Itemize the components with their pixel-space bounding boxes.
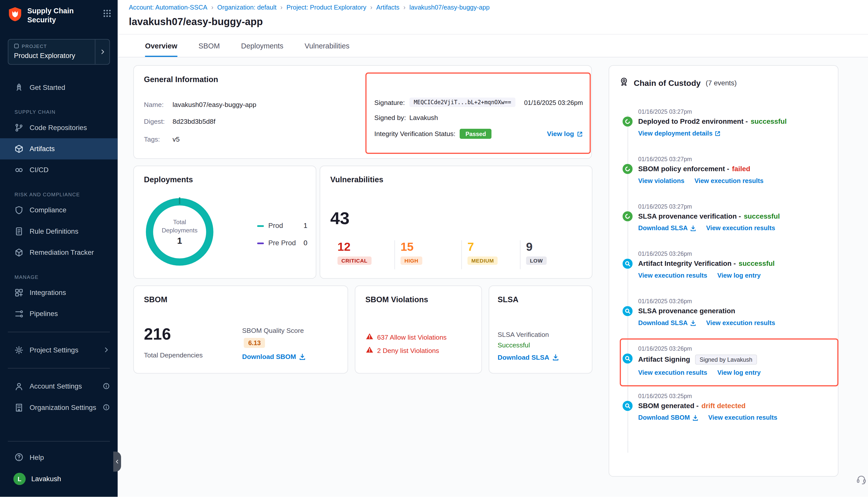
blocks-icon xyxy=(15,288,24,297)
sidebar-item-code-repositories[interactable]: Code Repositories xyxy=(0,117,118,138)
sidebar-collapse-button[interactable] xyxy=(113,452,121,472)
severity-low: 9 LOW xyxy=(520,240,547,269)
event-timestamp: 01/16/2025 03:26pm xyxy=(638,298,830,304)
sidebar-item-rule-definitions[interactable]: Rule Definitions xyxy=(0,221,118,241)
view-execution-results-link[interactable]: View execution results xyxy=(638,272,707,279)
sidebar: Supply Chain Security PROJECT Product Ex… xyxy=(0,0,118,497)
sidebar-divider xyxy=(8,441,110,441)
event-timestamp: 01/16/2025 03:27pm xyxy=(638,156,830,162)
brand-logo-icon xyxy=(8,7,22,25)
severity-count: 12 xyxy=(338,240,372,253)
breadcrumb-account[interactable]: Account: Automation-SSCA xyxy=(129,4,217,11)
breadcrumb-artifacts[interactable]: Artifacts xyxy=(376,4,409,11)
sidebar-item-get-started[interactable]: Get Started xyxy=(0,76,118,98)
tags-label: Tags: xyxy=(144,136,171,143)
download-icon xyxy=(690,320,696,326)
tab-deployments[interactable]: Deployments xyxy=(241,34,283,57)
sidebar-item-label: Account Settings xyxy=(30,382,82,390)
view-execution-results-link[interactable]: View execution results xyxy=(706,320,775,326)
download-icon xyxy=(692,414,698,421)
severity-high: 15 HIGH xyxy=(394,240,422,269)
tab-sbom[interactable]: SBOM xyxy=(198,34,220,57)
signed-by-value: Lavakush xyxy=(409,114,438,122)
status-badge-passed: Passed xyxy=(460,129,491,139)
download-sbom-link[interactable]: Download SBOM xyxy=(638,414,698,421)
apps-grid-icon[interactable] xyxy=(103,10,111,19)
deny-list-violations-link[interactable]: 2 Deny list Violations xyxy=(366,346,439,354)
chat-assistant-icon[interactable] xyxy=(856,474,867,485)
sidebar-item-integrations[interactable]: Integrations xyxy=(0,282,118,303)
download-slsa-link[interactable]: Download SLSA xyxy=(498,353,559,361)
view-execution-results-link[interactable]: View execution results xyxy=(695,177,764,184)
document-icon xyxy=(15,227,24,236)
topbar: Account: Automation-SSCA Organization: d… xyxy=(118,0,868,34)
view-deployment-details-link[interactable]: View deployment details xyxy=(638,130,721,137)
sbom-total: 216 xyxy=(144,325,171,343)
donut-center: Total Deployments 1 xyxy=(145,197,214,266)
digest-value: 8d23bd3b5d8f xyxy=(172,118,215,126)
event-title: Artifact Signing xyxy=(638,356,690,364)
sidebar-item-pipelines[interactable]: Pipelines xyxy=(0,303,118,324)
tab-vulnerabilities[interactable]: Vulnerabilities xyxy=(305,34,350,57)
sidebar-item-label: Pipelines xyxy=(30,310,58,317)
event-status: successful xyxy=(744,212,780,220)
sidebar-item-label: Artifacts xyxy=(30,145,55,152)
project-chevron-icon[interactable] xyxy=(95,39,110,64)
event-timestamp: 01/16/2025 03:27pm xyxy=(638,108,830,115)
sidebar-item-artifacts[interactable]: Artifacts xyxy=(0,138,118,159)
view-log-entry-link[interactable]: View log entry xyxy=(717,369,761,376)
pre-prod-swatch xyxy=(257,242,264,244)
severity-badge: CRITICAL xyxy=(338,257,372,265)
sidebar-item-label: Integrations xyxy=(30,288,66,296)
chain-of-custody-title: Chain of Custody xyxy=(634,78,701,87)
tags-row: Tags: v5 xyxy=(144,136,180,143)
slsa-verification-label: SLSA Verification xyxy=(498,330,549,338)
tab-overview[interactable]: Overview xyxy=(145,34,177,57)
sidebar-item-remediation-tracker[interactable]: Remediation Tracker xyxy=(0,242,118,263)
project-selector[interactable]: PROJECT Product Exploratory xyxy=(8,39,110,64)
severity-badge: LOW xyxy=(526,257,547,265)
view-log-link[interactable]: View log xyxy=(547,130,583,138)
signature-timestamp: 01/16/2025 03:26pm xyxy=(524,99,583,106)
card-title: Vulnerabilities xyxy=(330,175,383,184)
sidebar-divider xyxy=(8,331,110,332)
pipeline-step-icon-green xyxy=(622,211,633,222)
hexagon-icon xyxy=(15,248,24,257)
legend-value: 0 xyxy=(304,239,307,247)
sidebar-item-help[interactable]: Help xyxy=(0,449,118,467)
breadcrumb-current[interactable]: lavakush07/easy-buggy-app xyxy=(409,4,490,11)
donut-label: Total Deployments xyxy=(157,218,202,234)
avatar: L xyxy=(13,473,26,485)
allow-list-violations-link[interactable]: 637 Allow list Violations xyxy=(366,333,447,341)
project-label: PROJECT xyxy=(22,43,47,49)
breadcrumb-project[interactable]: Project: Product Exploratory xyxy=(286,4,376,11)
card-title: SBOM Violations xyxy=(365,295,428,304)
scan-step-icon-blue xyxy=(622,353,633,364)
legend-label: Pre Prod xyxy=(268,239,296,247)
sidebar-item-label: Rule Definitions xyxy=(30,227,78,235)
event-title: SBOM generated - xyxy=(638,402,699,410)
sidebar-item-project-settings[interactable]: Project Settings xyxy=(0,339,118,360)
sidebar-item-organization-settings[interactable]: Organization Settings xyxy=(0,397,118,418)
sidebar-item-compliance[interactable]: Compliance xyxy=(0,199,118,221)
view-execution-results-link[interactable]: View execution results xyxy=(706,225,775,231)
card-title: Deployments xyxy=(144,175,193,184)
event-title: SLSA provenance verification - xyxy=(638,212,741,220)
sidebar-item-account-settings[interactable]: Account Settings xyxy=(0,375,118,397)
download-sbom-link[interactable]: Download SBOM xyxy=(242,353,305,361)
app-window: Supply Chain Security PROJECT Product Ex… xyxy=(0,0,868,497)
download-slsa-link[interactable]: Download SLSA xyxy=(638,225,696,231)
view-violations-link[interactable]: View violations xyxy=(638,177,684,184)
user-menu[interactable]: L Lavakush xyxy=(0,467,118,491)
donut-total: 1 xyxy=(177,236,182,246)
sidebar-item-cicd[interactable]: CI/CD xyxy=(0,159,118,180)
view-execution-results-link[interactable]: View execution results xyxy=(638,369,707,376)
breadcrumb-organization[interactable]: Organization: default xyxy=(217,4,286,11)
download-slsa-link[interactable]: Download SLSA xyxy=(638,320,696,326)
view-execution-results-link[interactable]: View execution results xyxy=(708,414,777,421)
view-log-entry-link[interactable]: View log entry xyxy=(717,272,761,279)
sbom-quality-score-badge: 6.13 xyxy=(244,338,265,348)
event-status: drift detected xyxy=(701,402,746,410)
signature-section: Signature: MEQCICde2VjiT...bL+2+mqnOXw==… xyxy=(374,98,592,139)
sidebar-item-label: Get Started xyxy=(30,83,65,91)
